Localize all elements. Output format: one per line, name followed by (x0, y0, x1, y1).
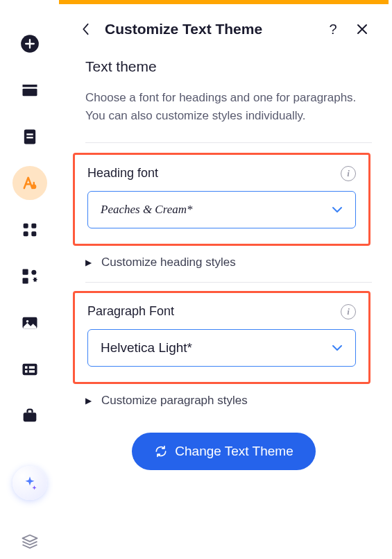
svg-rect-1 (22, 84, 37, 87)
text-theme-description: Choose a font for headings and one for p… (85, 89, 365, 126)
sidebar (0, 0, 59, 559)
svg-rect-6 (23, 223, 28, 228)
image-icon (20, 313, 40, 333)
page-icon (20, 127, 40, 147)
svg-rect-5 (26, 137, 33, 138)
customize-paragraph-label: Customize paragraph styles (101, 394, 248, 408)
table-icon (20, 360, 40, 379)
sidebar-item-media[interactable] (12, 306, 47, 340)
close-button[interactable] (352, 19, 372, 39)
sidebar-item-apps[interactable] (12, 212, 47, 247)
info-icon: i (347, 306, 350, 317)
heading-font-value: Peaches & Cream* (101, 203, 193, 217)
change-button-label: Change Text Theme (175, 444, 293, 459)
grid-icon (20, 220, 40, 240)
svg-rect-10 (22, 269, 28, 274)
paragraph-font-group: Paragraph Font i Helvetica Light* (73, 291, 370, 384)
text-theme-title: Text theme (85, 58, 372, 75)
section-icon (20, 81, 40, 100)
chevron-down-icon (332, 344, 343, 351)
gear-grid-icon (20, 267, 40, 286)
heading-font-label: Heading font (87, 166, 158, 181)
sidebar-item-settings[interactable] (12, 259, 47, 293)
panel-header: Customize Text Theme ? (76, 17, 372, 42)
close-icon (357, 24, 368, 35)
svg-rect-17 (28, 366, 34, 369)
panel-title: Customize Text Theme (105, 21, 314, 37)
plus-circle-icon (20, 34, 40, 53)
text-theme-icon (20, 174, 40, 193)
svg-rect-20 (23, 412, 36, 422)
customize-heading-label: Customize heading styles (101, 256, 236, 269)
paragraph-font-value: Helvetica Light* (101, 340, 192, 356)
heading-font-group: Heading font i Peaches & Cream* (73, 153, 370, 246)
svg-rect-11 (22, 278, 28, 283)
layers-icon (20, 533, 40, 552)
svg-rect-15 (22, 363, 37, 374)
svg-rect-16 (25, 366, 28, 369)
sidebar-item-layers[interactable] (12, 525, 47, 559)
paragraph-font-label: Paragraph Font (87, 304, 174, 319)
briefcase-icon (20, 406, 40, 426)
svg-rect-8 (23, 231, 28, 236)
info-icon: i (347, 168, 350, 179)
sparkle-icon (21, 474, 39, 492)
triangle-right-icon: ▶ (85, 396, 92, 406)
change-text-theme-button[interactable]: Change Text Theme (132, 433, 315, 470)
sidebar-item-ai[interactable] (12, 466, 47, 500)
back-button[interactable] (76, 19, 95, 39)
svg-rect-9 (31, 231, 36, 236)
svg-point-12 (31, 269, 36, 274)
sidebar-item-add[interactable] (12, 26, 47, 60)
svg-rect-18 (25, 370, 28, 373)
sidebar-item-business[interactable] (12, 399, 47, 433)
triangle-right-icon: ▶ (85, 258, 92, 267)
svg-rect-4 (26, 133, 33, 135)
paragraph-font-info[interactable]: i (341, 304, 356, 319)
chevron-down-icon (332, 206, 343, 213)
sidebar-item-sections[interactable] (12, 73, 47, 107)
svg-rect-2 (22, 88, 37, 96)
refresh-icon (154, 444, 168, 458)
chevron-left-icon (80, 23, 90, 35)
divider (85, 282, 372, 283)
svg-rect-19 (28, 370, 34, 373)
customize-heading-styles[interactable]: ▶ Customize heading styles (85, 256, 372, 269)
question-icon: ? (329, 22, 336, 37)
help-button[interactable]: ? (323, 19, 343, 39)
svg-point-14 (26, 319, 28, 322)
customize-panel: Customize Text Theme ? Text theme Choose… (59, 4, 389, 559)
svg-rect-7 (31, 223, 36, 228)
heading-font-info[interactable]: i (341, 166, 356, 181)
sidebar-item-pages[interactable] (12, 119, 47, 153)
sidebar-item-data[interactable] (12, 352, 47, 386)
customize-paragraph-styles[interactable]: ▶ Customize paragraph styles (85, 394, 372, 408)
paragraph-font-select[interactable]: Helvetica Light* (87, 329, 356, 367)
heading-font-select[interactable]: Peaches & Cream* (87, 191, 356, 228)
divider (85, 142, 372, 143)
sidebar-item-design[interactable] (12, 166, 47, 200)
